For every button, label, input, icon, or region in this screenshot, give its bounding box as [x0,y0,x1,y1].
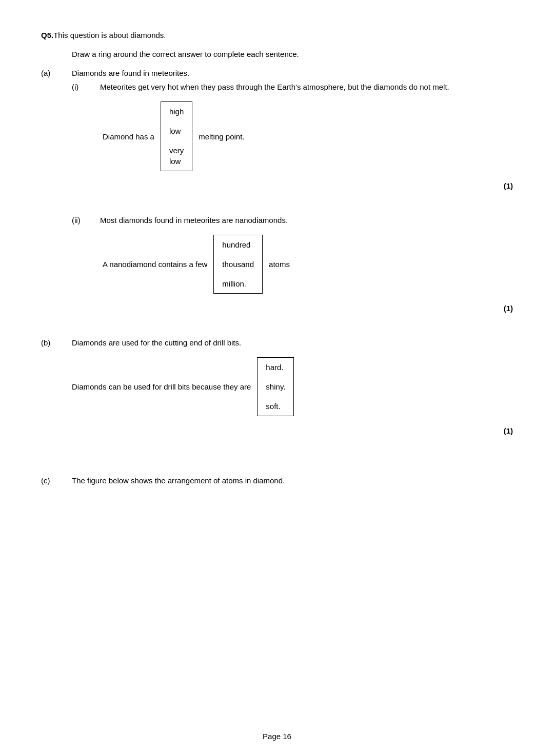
part-b-marks: (1) [41,426,513,435]
choice-ii-3[interactable]: million. [214,274,262,293]
part-b-letter: (b) [41,338,62,347]
part-b-sentence-row: Diamonds can be used for drill bits beca… [72,357,513,416]
part-b-before: Diamonds can be used for drill bits beca… [72,382,251,391]
part-c-letter: (c) [41,476,62,485]
page-number: Page 16 [263,732,291,741]
sub-part-ii-text: Most diamonds found in meteorites are na… [100,216,288,224]
choice-b-2[interactable]: shiny. [258,377,293,397]
sub-part-i-marks: (1) [72,181,513,190]
page-footer: Page 16 [0,732,554,741]
sub-part-i-text: Meteorites get very hot when they pass t… [100,83,449,91]
part-b-label-row: (b) Diamonds are used for the cutting en… [41,338,513,347]
question-header: Q5.This question is about diamonds. [41,31,513,39]
question-header-text: This question is about diamonds. [53,31,166,39]
sub-part-i-label-row: (i) Meteorites get very hot when they pa… [72,83,513,91]
sub-part-ii-choice-box: hundred thousand million. [213,235,263,294]
sub-part-ii-after: atoms [269,260,290,269]
sub-part-i-number: (i) [72,83,95,91]
sub-part-ii-before: A nanodiamond contains a few [103,260,207,269]
part-a-text: Diamonds are found in meteorites. [72,69,189,77]
sub-part-i-before: Diamond has a [103,132,154,141]
sub-part-i-choice-box: high low verylow [161,101,192,171]
part-b-choice-box: hard. shiny. soft. [257,357,294,416]
sub-part-ii-label-row: (ii) Most diamonds found in meteorites a… [72,216,513,224]
instruction: Draw a ring around the correct answer to… [72,50,513,58]
sub-part-ii-marks: (1) [72,304,513,313]
part-a-label-row: (a) Diamonds are found in meteorites. [41,69,513,77]
choice-i-1[interactable]: high [161,102,192,121]
choice-ii-2[interactable]: thousand [214,255,262,274]
sub-part-ii: (ii) Most diamonds found in meteorites a… [72,216,513,313]
choice-i-2[interactable]: low [161,121,192,141]
part-a: (a) Diamonds are found in meteorites. (i… [41,69,513,313]
sub-part-i: (i) Meteorites get very hot when they pa… [72,83,513,190]
part-c: (c) The figure below shows the arrangeme… [41,476,513,485]
sub-part-i-after: melting point. [199,132,244,141]
part-c-text: The figure below shows the arrangement o… [72,476,285,485]
sub-part-ii-number: (ii) [72,216,95,224]
part-c-label-row: (c) The figure below shows the arrangeme… [41,476,513,485]
sub-part-ii-sentence-row: A nanodiamond contains a few hundred tho… [103,235,513,294]
choice-ii-1[interactable]: hundred [214,235,262,255]
part-b-text: Diamonds are used for the cutting end of… [72,338,241,347]
page: Q5.This question is about diamonds. Draw… [0,0,554,756]
part-b: (b) Diamonds are used for the cutting en… [41,338,513,435]
sub-part-i-sentence-row: Diamond has a high low verylow melting p… [103,101,513,171]
choice-i-3[interactable]: verylow [161,141,192,171]
choice-b-1[interactable]: hard. [258,358,293,377]
question-number: Q5. [41,31,53,39]
part-a-letter: (a) [41,69,62,77]
choice-b-3[interactable]: soft. [258,397,293,416]
